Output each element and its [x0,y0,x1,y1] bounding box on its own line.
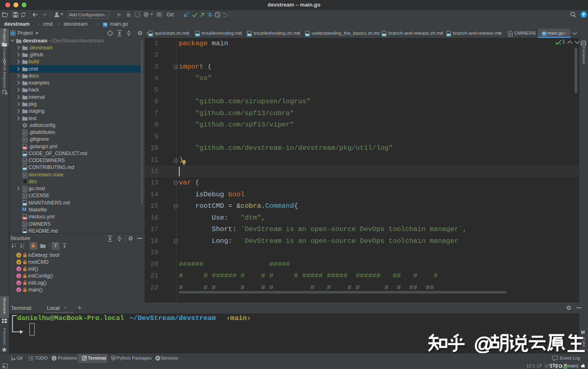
svg-text:z: z [23,246,24,249]
svg-text:a: a [23,243,24,246]
svg-text:@: @ [474,333,493,355]
